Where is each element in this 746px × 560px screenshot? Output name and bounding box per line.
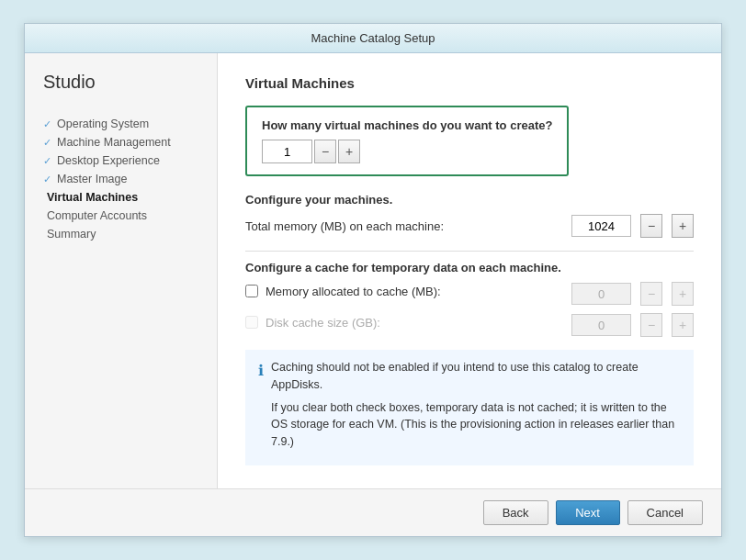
cancel-button[interactable]: Cancel: [627, 500, 703, 525]
configure-machines-section: Configure your machines. Total memory (M…: [245, 193, 694, 238]
sidebar-item-computer-accounts[interactable]: Computer Accounts: [43, 207, 217, 225]
sidebar-item-master-image[interactable]: ✓ Master Image: [43, 170, 217, 188]
memory-cache-label: Memory allocated to cache (MB):: [266, 285, 441, 298]
sidebar: Studio ✓ Operating System ✓ Machine Mana…: [25, 53, 218, 488]
disk-cache-row: Disk cache size (GB): − +: [245, 313, 694, 337]
disk-cache-increment-button: +: [672, 313, 694, 337]
sidebar-item-label: Master Image: [57, 173, 127, 185]
title-bar: Machine Catalog Setup: [25, 24, 721, 53]
info-box: ℹ Caching should not be enabled if you i…: [245, 350, 694, 465]
memory-cache-checkbox-row: Memory allocated to cache (MB):: [245, 285, 564, 298]
main-window: Machine Catalog Setup Studio ✓ Operating…: [24, 23, 722, 537]
info-line1: Caching should not be enabled if you int…: [271, 359, 681, 394]
sidebar-item-virtual-machines[interactable]: Virtual Machines: [43, 188, 217, 207]
sidebar-item-summary[interactable]: Summary: [43, 225, 217, 243]
info-text: Caching should not be enabled if you int…: [271, 359, 681, 456]
sidebar-item-desktop-experience[interactable]: ✓ Desktop Experience: [43, 151, 217, 170]
check-icon: ✓: [43, 155, 51, 167]
sidebar-item-machine-management[interactable]: ✓ Machine Management: [43, 133, 217, 151]
section-title: Virtual Machines: [245, 75, 694, 91]
sidebar-title: Studio: [43, 72, 217, 93]
back-button[interactable]: Back: [483, 500, 548, 525]
question-label: How many virtual machines do you want to…: [262, 118, 552, 132]
disk-cache-checkbox-row: Disk cache size (GB):: [245, 316, 564, 330]
total-memory-increment-button[interactable]: +: [672, 214, 694, 238]
memory-cache-row: Memory allocated to cache (MB): − +: [245, 282, 694, 306]
divider: [245, 251, 694, 252]
sidebar-item-label: Desktop Experience: [57, 154, 160, 167]
main-content: Virtual Machines How many virtual machin…: [218, 53, 721, 488]
configure-machines-label: Configure your machines.: [245, 193, 694, 207]
sidebar-item-label: Summary: [47, 228, 96, 241]
sidebar-item-label: Virtual Machines: [47, 191, 138, 204]
total-memory-label: Total memory (MB) on each machine:: [245, 219, 564, 233]
sidebar-item-label: Machine Management: [57, 136, 171, 149]
memory-cache-decrement-button: −: [640, 282, 662, 306]
check-icon: ✓: [43, 174, 51, 185]
configure-cache-section: Configure a cache for temporary data on …: [245, 261, 694, 337]
memory-cache-input: [571, 283, 631, 305]
disk-cache-checkbox[interactable]: [245, 316, 258, 329]
disk-cache-input: [571, 314, 631, 336]
vm-count-increment-button[interactable]: +: [338, 140, 360, 163]
next-button[interactable]: Next: [556, 500, 620, 525]
info-icon: ℹ: [258, 360, 264, 456]
memory-cache-checkbox[interactable]: [245, 285, 258, 297]
configure-cache-label: Configure a cache for temporary data on …: [245, 261, 694, 274]
total-memory-input[interactable]: [571, 215, 631, 237]
window-title: Machine Catalog Setup: [311, 31, 435, 45]
disk-cache-label: Disk cache size (GB):: [266, 316, 380, 330]
check-icon: ✓: [43, 137, 51, 149]
vm-count-box: How many virtual machines do you want to…: [245, 106, 569, 176]
vm-count-decrement-button[interactable]: −: [314, 140, 336, 163]
vm-count-input[interactable]: [262, 140, 312, 163]
memory-cache-increment-button: +: [672, 282, 694, 306]
sidebar-item-label: Computer Accounts: [47, 209, 147, 222]
sidebar-item-operating-system[interactable]: ✓ Operating System: [43, 115, 217, 133]
sidebar-item-label: Operating System: [57, 118, 149, 130]
total-memory-decrement-button[interactable]: −: [640, 214, 662, 238]
check-icon: ✓: [43, 118, 51, 130]
info-line2: If you clear both check boxes, temporary…: [271, 399, 681, 451]
total-memory-row: Total memory (MB) on each machine: − +: [245, 214, 694, 238]
bottom-bar: Back Next Cancel: [25, 488, 721, 536]
disk-cache-decrement-button: −: [640, 313, 662, 337]
